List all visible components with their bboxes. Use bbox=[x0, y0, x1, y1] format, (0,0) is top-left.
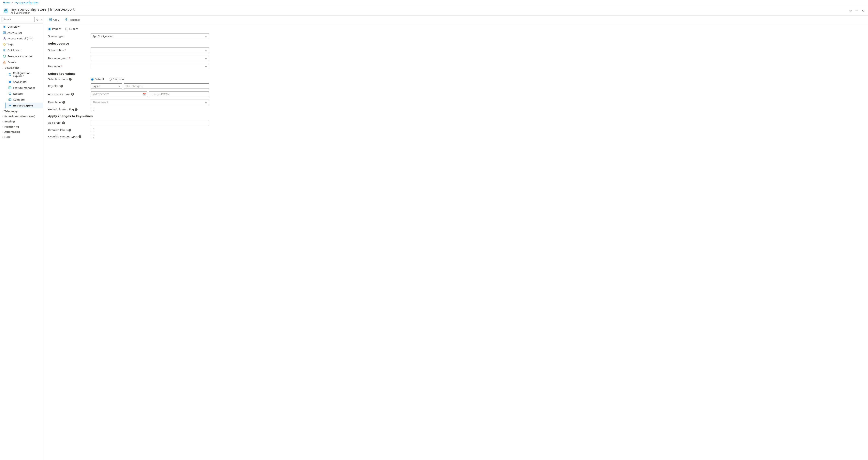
snapshot-mode-option[interactable]: Snapshot bbox=[109, 78, 125, 80]
nav-group-help[interactable]: › Help bbox=[0, 134, 43, 139]
resource-subtitle: App Configuration bbox=[11, 12, 846, 14]
svg-rect-17 bbox=[9, 75, 10, 76]
form-area: Import Export Source type App Configurat… bbox=[43, 24, 221, 144]
key-filter-select[interactable]: Equals Starts with Contains bbox=[91, 84, 122, 89]
nav-group-monitoring[interactable]: › Monitoring bbox=[0, 124, 43, 129]
sidebar-item-quick-start[interactable]: Quick start bbox=[0, 47, 43, 53]
search-collapse-icon[interactable]: « bbox=[40, 18, 43, 22]
key-filter-select-wrapper: Equals Starts with Contains bbox=[91, 84, 122, 89]
toolbar: Apply Feedback bbox=[43, 15, 868, 24]
compare-icon bbox=[8, 98, 11, 101]
favorite-icon[interactable]: ☆ bbox=[848, 8, 853, 13]
sidebar-item-compare[interactable]: Compare bbox=[5, 97, 43, 102]
specific-time-inline: 📅 bbox=[91, 92, 209, 97]
default-mode-radio[interactable] bbox=[91, 78, 94, 80]
specific-time-row: At a specific time i 📅 bbox=[48, 92, 216, 97]
nav-group-experimentation[interactable]: › Experimentation (New) bbox=[0, 113, 43, 119]
resource-group-select[interactable] bbox=[91, 56, 209, 61]
apply-button[interactable]: Apply bbox=[46, 17, 62, 23]
resource-header: my-app-config-store | Import/export App … bbox=[0, 5, 868, 15]
subscription-label: Subscription * bbox=[48, 49, 88, 52]
config-explorer-icon bbox=[8, 73, 11, 76]
sidebar-item-feature-manager[interactable]: Feature manager bbox=[5, 85, 43, 91]
key-filter-label: Key filter i bbox=[48, 85, 88, 88]
subscription-row: Subscription * bbox=[48, 47, 216, 53]
export-radio-option[interactable]: Export bbox=[65, 27, 78, 30]
import-radio[interactable] bbox=[48, 28, 51, 30]
breadcrumb-home[interactable]: Home bbox=[3, 1, 10, 4]
snapshot-mode-radio[interactable] bbox=[109, 78, 112, 80]
resource-row: Resource * bbox=[48, 64, 216, 69]
telemetry-chevron: › bbox=[2, 110, 3, 112]
nav-group-operations[interactable]: ▾ Operations bbox=[0, 65, 43, 70]
subscription-required: * bbox=[65, 49, 66, 52]
nav-group-automation[interactable]: › Automation bbox=[0, 129, 43, 134]
select-source-title: Select source bbox=[48, 42, 216, 45]
sidebar-item-config-explorer[interactable]: Configuration explorer bbox=[5, 70, 43, 79]
sidebar-item-resource-visualizer[interactable]: Resource visualizer bbox=[0, 53, 43, 59]
exclude-feature-flag-info-icon[interactable]: i bbox=[75, 108, 78, 111]
feedback-button[interactable]: Feedback bbox=[63, 17, 83, 23]
add-prefix-info-icon[interactable]: i bbox=[62, 122, 65, 124]
source-type-select-wrapper: App Configuration Configuration file Azu… bbox=[91, 34, 209, 39]
from-label-control: Please select bbox=[91, 100, 209, 105]
source-type-select[interactable]: App Configuration Configuration file Azu… bbox=[91, 34, 209, 39]
subscription-control bbox=[91, 47, 209, 53]
apply-changes-title: Apply changes to key-values bbox=[48, 114, 216, 118]
nav-group-settings[interactable]: › Settings bbox=[0, 119, 43, 124]
default-mode-option[interactable]: Default bbox=[91, 78, 104, 80]
svg-rect-16 bbox=[10, 73, 11, 74]
sidebar-item-tags[interactable]: Tags bbox=[0, 41, 43, 47]
from-label-info-icon[interactable]: i bbox=[62, 101, 65, 104]
main-layout: ⊙ « ◉ Overview Activity log Access contr… bbox=[0, 15, 868, 460]
search-input[interactable] bbox=[2, 17, 35, 22]
from-label-select[interactable]: Please select bbox=[91, 100, 209, 105]
breadcrumb: Home > my-app-config-store bbox=[0, 0, 868, 5]
time-input[interactable] bbox=[149, 92, 209, 97]
monitoring-chevron: › bbox=[2, 126, 3, 128]
breadcrumb-resource[interactable]: my-app-config-store bbox=[14, 1, 38, 4]
override-labels-checkbox[interactable] bbox=[91, 128, 94, 131]
experimentation-chevron: › bbox=[2, 116, 3, 118]
sidebar-item-activity-log[interactable]: Activity log bbox=[0, 30, 43, 35]
iam-icon bbox=[3, 37, 6, 40]
specific-time-info-icon[interactable]: i bbox=[71, 93, 74, 96]
sidebar-item-iam[interactable]: Access control (IAM) bbox=[0, 35, 43, 41]
sidebar-item-import-export[interactable]: Import/export bbox=[5, 102, 43, 108]
resource-required: * bbox=[61, 65, 62, 68]
sidebar-item-restore[interactable]: Restore bbox=[5, 91, 43, 97]
override-labels-row: Override labels i bbox=[48, 128, 216, 132]
exclude-feature-flag-checkbox[interactable] bbox=[91, 108, 94, 111]
import-export-icon bbox=[8, 104, 11, 107]
date-input[interactable] bbox=[91, 92, 147, 97]
sidebar-item-overview[interactable]: ◉ Overview bbox=[0, 24, 43, 30]
sidebar: ⊙ « ◉ Overview Activity log Access contr… bbox=[0, 15, 43, 460]
search-settings-icon[interactable]: ⊙ bbox=[35, 18, 39, 22]
override-content-types-checkbox[interactable] bbox=[91, 135, 94, 138]
source-type-row: Source type App Configuration Configurat… bbox=[48, 34, 216, 39]
breadcrumb-sep1: > bbox=[11, 1, 13, 4]
override-content-types-info-icon[interactable]: i bbox=[79, 135, 81, 138]
svg-point-9 bbox=[4, 44, 4, 44]
operations-children: Configuration explorer Snapshots Feature… bbox=[0, 70, 43, 108]
resource-group-control bbox=[91, 56, 209, 61]
nav-group-telemetry[interactable]: › Telemetry bbox=[0, 108, 43, 113]
resource-select[interactable] bbox=[91, 64, 209, 69]
resource-logo-icon bbox=[3, 8, 9, 13]
override-labels-info-icon[interactable]: i bbox=[68, 129, 71, 132]
add-prefix-input[interactable] bbox=[91, 120, 209, 125]
close-icon[interactable]: ✕ bbox=[861, 8, 865, 13]
export-radio[interactable] bbox=[65, 28, 68, 30]
selection-mode-control: Default Snapshot bbox=[91, 78, 209, 80]
import-radio-option[interactable]: Import bbox=[48, 27, 61, 30]
sidebar-item-snapshots[interactable]: Snapshots bbox=[5, 79, 43, 85]
help-chevron: › bbox=[2, 136, 3, 138]
key-filter-info-icon[interactable]: i bbox=[60, 85, 63, 88]
snapshots-icon bbox=[8, 80, 11, 84]
sidebar-item-events[interactable]: Events bbox=[0, 59, 43, 65]
subscription-select[interactable] bbox=[91, 47, 209, 53]
more-options-icon[interactable]: ··· bbox=[855, 8, 859, 13]
key-filter-input[interactable] bbox=[124, 84, 209, 89]
resource-title: my-app-config-store | Import/export bbox=[11, 7, 846, 11]
selection-mode-info-icon[interactable]: i bbox=[69, 78, 72, 80]
